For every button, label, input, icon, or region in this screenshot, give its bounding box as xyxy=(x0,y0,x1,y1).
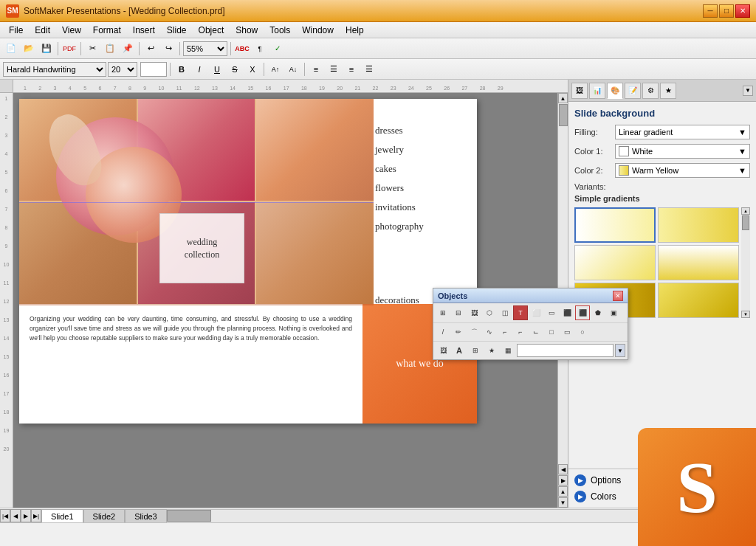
obj-btn-21[interactable]: ▭ xyxy=(560,325,574,339)
align-left[interactable]: ≡ xyxy=(308,61,324,77)
obj-btn-9[interactable]: ⬛ xyxy=(560,305,574,320)
horizontal-scroll-thumb[interactable] xyxy=(167,510,211,522)
obj-btn-12[interactable]: ▣ xyxy=(606,305,621,320)
nav-prev[interactable]: ◀ xyxy=(10,509,21,522)
obj-btn-23[interactable]: 🖼 xyxy=(436,343,450,358)
obj-btn-1[interactable]: ⊞ xyxy=(436,305,450,320)
spell-button[interactable]: ABC xyxy=(234,41,250,57)
menu-slide[interactable]: Slide xyxy=(161,24,193,37)
menu-edit[interactable]: Edit xyxy=(29,24,56,37)
nav-next[interactable]: ▶ xyxy=(21,509,31,522)
scroll-extra-2[interactable]: ▶ xyxy=(558,475,568,485)
menu-format[interactable]: Format xyxy=(87,24,127,37)
zoom-select[interactable]: 55% 75% 100% xyxy=(183,41,227,56)
obj-btn-18[interactable]: ⌐ xyxy=(513,325,528,339)
obj-btn-19[interactable]: ⌙ xyxy=(529,325,543,339)
obj-btn-8[interactable]: ▭ xyxy=(544,305,559,320)
new-button[interactable]: 📄 xyxy=(3,41,19,57)
gradient-thumb-4[interactable] xyxy=(658,245,739,280)
gradient-thumb-2[interactable] xyxy=(658,207,739,243)
panel-tab-2[interactable]: 📊 xyxy=(589,83,605,99)
color2-select[interactable]: Warm Yellow ▼ xyxy=(615,163,750,178)
nav-last[interactable]: ▶| xyxy=(31,509,41,522)
strikethrough-button[interactable]: S xyxy=(227,61,243,77)
underline-button[interactable]: U xyxy=(209,61,225,77)
cut-button[interactable]: ✂ xyxy=(84,41,100,57)
obj-btn-4[interactable]: ⬡ xyxy=(482,305,497,320)
scroll-extra-1[interactable]: ◀ xyxy=(558,464,568,474)
menu-show[interactable]: Show xyxy=(230,24,264,37)
obj-btn-14[interactable]: ✏ xyxy=(451,325,466,339)
dialog-color-dropdown[interactable]: ▼ xyxy=(615,344,625,357)
maximize-button[interactable]: □ xyxy=(719,4,734,18)
align-center[interactable]: ☰ xyxy=(326,61,342,77)
gradient-thumb-1[interactable] xyxy=(574,207,656,243)
scroll-down-button[interactable]: ▼ xyxy=(558,497,568,508)
variants-scroll-thumb[interactable] xyxy=(742,215,749,230)
paste-button[interactable]: 📌 xyxy=(120,41,136,57)
obj-btn-11[interactable]: ⬟ xyxy=(591,305,605,320)
bold-button[interactable]: B xyxy=(173,61,190,77)
obj-btn-10[interactable]: ⬛ xyxy=(575,305,590,320)
panel-tab-6[interactable]: ★ xyxy=(660,83,676,99)
panel-tab-3[interactable]: 🎨 xyxy=(607,83,623,99)
menu-view[interactable]: View xyxy=(56,24,87,37)
obj-btn-7[interactable]: ⬜ xyxy=(529,305,543,320)
align-right[interactable]: ≡ xyxy=(343,61,360,77)
menu-help[interactable]: Help xyxy=(340,24,370,37)
color1-select[interactable]: White ▼ xyxy=(615,144,750,159)
italic-button[interactable]: I xyxy=(191,61,207,77)
panel-menu-button[interactable]: ▼ xyxy=(743,86,753,96)
save-button[interactable]: 💾 xyxy=(38,41,55,57)
filling-select[interactable]: Linear gradient ▼ xyxy=(615,125,750,139)
dialog-close-button[interactable]: ✕ xyxy=(613,291,623,301)
menu-tools[interactable]: Tools xyxy=(264,24,296,37)
obj-btn-25[interactable]: ⊞ xyxy=(468,343,483,358)
menu-object[interactable]: Object xyxy=(193,24,230,37)
obj-btn-22[interactable]: ○ xyxy=(575,325,590,339)
scroll-extra-3[interactable]: ▲ xyxy=(558,486,568,497)
format-btn[interactable]: ¶ xyxy=(252,41,268,57)
panel-tab-5[interactable]: ⚙ xyxy=(642,83,659,99)
obj-btn-20[interactable]: □ xyxy=(544,325,559,339)
obj-btn-2[interactable]: ⊟ xyxy=(451,305,466,320)
slide-tab-3[interactable]: Slide3 xyxy=(125,509,167,522)
copy-button[interactable]: 📋 xyxy=(102,41,118,57)
variants-scroll-down[interactable]: ▼ xyxy=(741,311,750,318)
strikethrough2-button[interactable]: X xyxy=(244,61,261,77)
panel-tab-1[interactable]: 🖼 xyxy=(571,83,588,99)
menu-window[interactable]: Window xyxy=(296,24,340,37)
pdf-button[interactable]: PDF xyxy=(61,41,78,57)
undo-button[interactable]: ↩ xyxy=(142,41,159,57)
menu-file[interactable]: File xyxy=(3,24,29,37)
font-select[interactable]: Harald Handwriting xyxy=(3,62,106,77)
redo-button[interactable]: ↪ xyxy=(160,41,176,57)
obj-btn-6[interactable]: T xyxy=(513,305,528,320)
obj-btn-15[interactable]: ⌒ xyxy=(467,325,481,339)
gradient-thumb-3[interactable] xyxy=(574,245,656,280)
obj-btn-16[interactable]: ∿ xyxy=(482,325,497,339)
obj-btn-26[interactable]: ★ xyxy=(484,343,499,358)
menu-insert[interactable]: Insert xyxy=(127,24,161,37)
scroll-up-button[interactable]: ▲ xyxy=(558,93,568,103)
gradient-thumb-6[interactable] xyxy=(658,283,739,318)
panel-tab-4[interactable]: 📝 xyxy=(625,83,641,99)
obj-btn-13[interactable]: / xyxy=(436,325,450,339)
obj-btn-27[interactable]: ▦ xyxy=(501,343,515,358)
superscript-button[interactable]: A↑ xyxy=(267,61,284,77)
obj-btn-text[interactable]: A xyxy=(452,343,467,358)
justify[interactable]: ☰ xyxy=(361,61,377,77)
obj-btn-17[interactable]: ⌐ xyxy=(498,325,512,339)
open-button[interactable]: 📂 xyxy=(21,41,37,57)
close-button[interactable]: ✕ xyxy=(735,4,750,18)
size-select[interactable]: 20 xyxy=(108,62,137,77)
variants-scroll-up[interactable]: ▲ xyxy=(741,207,750,215)
scroll-thumb[interactable] xyxy=(559,104,568,126)
obj-btn-5[interactable]: ◫ xyxy=(498,305,512,320)
slide-tab-2[interactable]: Slide2 xyxy=(83,509,126,522)
nav-first[interactable]: |◀ xyxy=(0,509,10,522)
check-button[interactable]: ✓ xyxy=(269,41,286,57)
color-picker[interactable] xyxy=(140,62,167,77)
obj-btn-3[interactable]: 🖼 xyxy=(467,305,481,320)
minimize-button[interactable]: ─ xyxy=(703,4,718,18)
